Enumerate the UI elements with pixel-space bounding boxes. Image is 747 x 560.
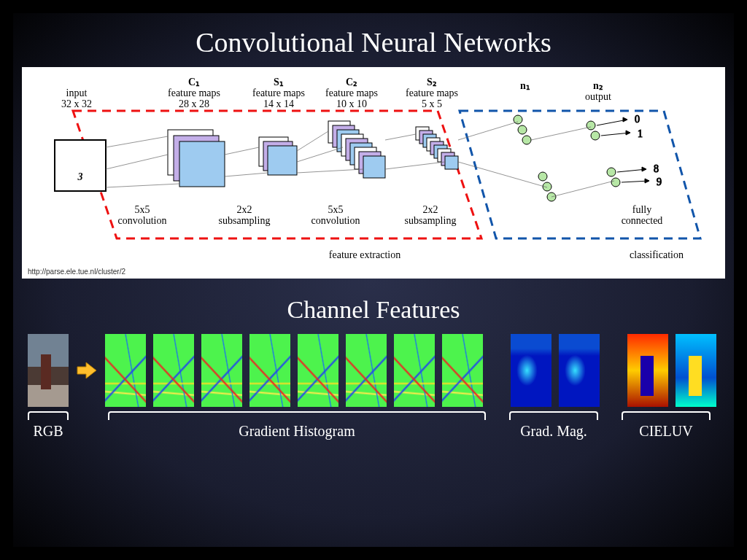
brace-icon — [622, 411, 711, 420]
label-grad-mag: Grad. Mag. — [509, 423, 598, 440]
gradient-magnitude-thumbnail — [559, 334, 600, 407]
gradient-histogram-thumbnail — [298, 334, 338, 407]
svg-text:C₂: C₂ — [346, 77, 357, 88]
svg-line-72 — [458, 162, 547, 187]
gradient-histogram-thumbnail — [201, 334, 242, 407]
svg-rect-32 — [445, 156, 458, 169]
svg-line-65 — [225, 173, 268, 176]
svg-marker-50 — [623, 117, 627, 122]
svg-marker-52 — [626, 131, 630, 135]
classification-region — [460, 111, 700, 238]
slide-title: Convolutional Neural Networks — [13, 26, 734, 58]
svg-line-64 — [225, 147, 259, 155]
svg-text:9: 9 — [657, 176, 662, 187]
svg-rect-2 — [179, 141, 225, 187]
svg-text:28 x 28: 28 x 28 — [179, 98, 209, 109]
svg-line-61 — [106, 136, 168, 147]
op-conv2-b: convolution — [311, 215, 360, 226]
svg-text:S₁: S₁ — [274, 77, 284, 88]
svg-marker-75 — [77, 362, 96, 378]
svg-line-63 — [106, 184, 179, 187]
gradient-histogram-thumbnail — [153, 334, 194, 407]
layer-n1: n₁ — [514, 80, 556, 201]
layer-s1: S₁ feature maps 14 x 14 — [252, 77, 305, 175]
gradient-histogram-thumbnail — [105, 334, 146, 407]
channel-feature-strip — [13, 334, 734, 407]
cnn-architecture-diagram: 3 input 32 x 32 C₁ feature maps 28 x 28 … — [22, 67, 725, 279]
op-sub1-b: subsampling — [219, 215, 271, 226]
label-gradient-histogram: Gradient Histogram — [108, 423, 486, 440]
op-fc-b: connected — [622, 215, 663, 226]
input-image — [55, 140, 106, 191]
svg-text:8: 8 — [654, 163, 659, 174]
gradient-magnitude-thumbnail — [511, 334, 551, 407]
op-conv1-b: convolution — [118, 215, 167, 226]
svg-line-74 — [551, 181, 614, 197]
slide: Convolutional Neural Networks 3 input 32… — [0, 0, 747, 560]
layer-s2: S₂ feature maps 5 x 5 — [406, 77, 458, 169]
svg-line-70 — [385, 162, 445, 169]
section-title-channel: Channel Features — [13, 296, 734, 324]
svg-text:feature maps: feature maps — [168, 88, 220, 98]
svg-text:feature maps: feature maps — [252, 88, 305, 98]
svg-line-69 — [385, 134, 416, 140]
stage-feature: feature extraction — [329, 249, 400, 260]
svg-point-44 — [591, 131, 600, 140]
stage-class: classification — [630, 249, 684, 260]
svg-line-67 — [297, 147, 343, 162]
svg-rect-20 — [363, 156, 385, 178]
svg-line-62 — [106, 155, 168, 169]
svg-point-39 — [538, 172, 547, 181]
input-digit: 3 — [77, 171, 83, 182]
svg-text:14 x 14: 14 x 14 — [263, 98, 294, 109]
svg-text:feature maps: feature maps — [406, 88, 458, 98]
op-sub2-a: 2x2 — [423, 204, 438, 215]
svg-text:feature maps: feature maps — [325, 88, 378, 98]
svg-line-71 — [458, 122, 518, 140]
arrow-icon — [76, 359, 98, 381]
svg-rect-8 — [268, 146, 297, 175]
label-cieluv: CIELUV — [622, 423, 711, 440]
op-fc-a: fully — [632, 204, 651, 215]
input-size: 32 x 32 — [61, 98, 92, 109]
svg-line-68 — [297, 169, 363, 173]
op-conv2-a: 5x5 — [328, 204, 344, 215]
svg-point-38 — [522, 136, 531, 144]
image-citation: http://parse.ele.tue.nl/cluster/2 — [28, 268, 125, 276]
svg-text:0: 0 — [635, 114, 640, 125]
svg-text:10 x 10: 10 x 10 — [336, 98, 367, 109]
layer-n2: n₂ output — [585, 80, 620, 187]
svg-text:output: output — [585, 91, 611, 102]
svg-text:1: 1 — [638, 128, 643, 139]
input-label: input — [66, 88, 88, 98]
svg-text:n₂: n₂ — [593, 80, 603, 91]
svg-text:n₁: n₁ — [520, 80, 530, 91]
cieluv-thumbnail — [627, 334, 668, 407]
gradient-histogram-thumbnail — [442, 334, 483, 407]
rgb-thumbnail — [28, 334, 69, 407]
svg-line-73 — [531, 127, 591, 140]
svg-text:5 x 5: 5 x 5 — [422, 98, 442, 109]
op-sub1-a: 2x2 — [237, 204, 252, 215]
svg-point-45 — [607, 168, 616, 176]
brace-icon — [28, 411, 69, 420]
svg-marker-56 — [645, 179, 649, 183]
brace-icon — [509, 411, 598, 420]
svg-text:C₁: C₁ — [188, 77, 200, 88]
op-sub2-b: subsampling — [405, 215, 457, 226]
gradient-histogram-thumbnail — [249, 334, 290, 407]
channel-labels-row: RGB Gradient Histogram Grad. Mag. CIELUV — [13, 407, 734, 440]
op-conv1-a: 5x5 — [135, 204, 150, 215]
svg-line-66 — [297, 131, 328, 151]
output-labels: 0 1 8 9 — [597, 114, 662, 187]
cieluv-thumbnail — [676, 334, 716, 407]
svg-text:S₂: S₂ — [427, 77, 437, 88]
brace-icon — [108, 411, 486, 420]
svg-marker-54 — [642, 167, 646, 171]
gradient-histogram-thumbnail — [394, 334, 435, 407]
svg-point-43 — [587, 121, 595, 130]
label-rgb: RGB — [28, 423, 69, 440]
layer-c1: C₁ feature maps 28 x 28 — [168, 77, 225, 187]
gradient-histogram-thumbnail — [346, 334, 387, 407]
layer-c2: C₂ feature maps 10 x 10 — [325, 77, 385, 178]
